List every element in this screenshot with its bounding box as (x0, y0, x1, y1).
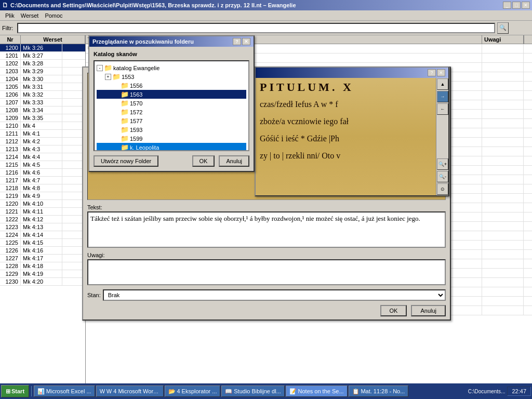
table-row[interactable]: 1215 Mk 4:5 (0, 161, 85, 169)
zoom-out-button[interactable]: 🔍- (437, 171, 448, 182)
editor-cancel-button[interactable]: Anuluj (411, 305, 446, 316)
cell-nr: 1228 (0, 262, 21, 270)
table-row[interactable]: 1203 Mk 3:29 (0, 68, 85, 75)
table-row[interactable]: 1217 Mk 4:7 (0, 177, 85, 184)
table-row[interactable]: 1200 Mk 3:26 (0, 44, 85, 52)
stan-select[interactable]: Brak Gotowy W trakcie Do sprawdzenia (103, 289, 446, 301)
table-row[interactable]: 1202 Mk 3:28 (0, 60, 85, 68)
tree-item-1577[interactable]: 📁 1577 (97, 116, 246, 125)
col-header-uwagi[interactable]: Uwagi (482, 35, 524, 44)
taskbar-word[interactable]: W W 4 Microsoft Word... (96, 385, 164, 397)
tree-item-1599[interactable]: 📁 1599 (97, 134, 246, 143)
taskbar-notes[interactable]: 📝 Notes on the Se... (286, 385, 348, 397)
table-row[interactable]: 1223 Mk 4:13 (0, 223, 85, 231)
cell-nr: 1216 (0, 169, 21, 176)
table-row[interactable]: 1228 Mk 4:18 (0, 262, 85, 270)
nav-up-button[interactable]: ▲ (437, 78, 448, 90)
folder-tree[interactable]: - 📁 katalog Ewangelie + 📁 1553 📁 1556 📁 … (94, 60, 249, 151)
cell-nr: 1203 (0, 68, 21, 75)
menu-pomoc[interactable]: Pomoc (42, 11, 65, 20)
explorer-icon: 📂 (168, 388, 176, 394)
close-window-button[interactable]: ✕ (522, 2, 530, 9)
inner-close-button[interactable]: ✕ (437, 69, 445, 76)
tekst-textarea[interactable]: Tákżeć też i szátan jeśliby sam przeciw … (87, 211, 446, 248)
table-row[interactable]: 1206 Mk 3:32 (0, 91, 85, 99)
search-button[interactable]: 🔍 (497, 22, 509, 34)
browse-close-button[interactable]: ✕ (242, 38, 250, 45)
tree-item-1553[interactable]: + 📁 1553 (97, 72, 246, 81)
table-row[interactable]: 1229 Mk 4:19 (0, 270, 85, 278)
tree-expand-1553[interactable]: + (105, 74, 111, 80)
minimize-button[interactable]: _ (503, 2, 511, 9)
taskbar-excel[interactable]: 📊 Microsoft Excel ... (34, 385, 95, 397)
table-row[interactable]: 1204 Mk 3:30 (0, 75, 85, 83)
inner-help-button[interactable]: ? (428, 69, 436, 76)
browse-help-button[interactable]: ? (233, 38, 241, 45)
editor-footer: OK Anuluj (87, 305, 446, 316)
browse-ok-button[interactable]: OK (192, 155, 215, 167)
new-folder-button[interactable]: Utwórz nowy Folder (94, 155, 158, 167)
folder-icon-1570: 📁 (121, 99, 129, 107)
mat-icon: 📋 (352, 388, 360, 394)
cell-werset: Mk 3:26 (21, 44, 62, 51)
browse-cancel-button[interactable]: Anuluj (219, 155, 249, 167)
table-row[interactable]: 1212 Mk 4:2 (0, 138, 85, 145)
table-row[interactable]: 1213 Mk 4:3 (0, 145, 85, 153)
tree-expand-root[interactable]: - (97, 65, 103, 71)
start-button[interactable]: ⊞ Start (1, 385, 29, 397)
editor-ok-button[interactable]: OK (380, 305, 407, 316)
table-row[interactable]: 1230 Mk 4:20 (0, 278, 85, 286)
cell-uwagi (482, 44, 524, 53)
tree-item-1570[interactable]: 📁 1570 (97, 99, 246, 108)
table-row[interactable]: 1216 Mk 4:6 (0, 169, 85, 177)
tree-item-root[interactable]: - 📁 katalog Ewangelie (97, 63, 246, 72)
table-row[interactable]: 1205 Mk 3:31 (0, 83, 85, 91)
cell-werset: Mk 4:16 (21, 247, 62, 254)
taskbar-studio[interactable]: 📖 Studio Biblijne dl... (221, 385, 284, 397)
table-row[interactable]: 1214 Mk 4:4 (0, 153, 85, 161)
tree-label-1570: 1570 (130, 100, 142, 107)
tree-item-leopolita[interactable]: 📁 k. Leopolita (97, 143, 246, 151)
table-row[interactable]: 1222 Mk 4:12 (0, 216, 85, 223)
zoom-in-button[interactable]: 🔍+ (437, 158, 448, 170)
tree-item-1572[interactable]: 📁 1572 (97, 108, 246, 116)
tree-item-1563[interactable]: 📁 1563 (97, 90, 246, 99)
table-row[interactable]: 1220 Mk 4:10 (0, 200, 85, 208)
cell-werset: Mk 3:27 (21, 52, 62, 59)
nav-right-button[interactable]: → (437, 91, 448, 102)
table-row[interactable]: 1224 Mk 4:14 (0, 231, 85, 239)
table-row[interactable]: 1201 Mk 3:27 (0, 52, 85, 60)
filter-input[interactable] (17, 23, 495, 33)
table-row[interactable]: 1227 Mk 4:17 (0, 255, 85, 262)
maximize-button[interactable]: □ (512, 2, 521, 9)
table-row[interactable]: 1226 Mk 4:16 (0, 247, 85, 255)
table-row[interactable]: 1218 Mk 4:8 (0, 184, 85, 192)
browse-folder-dialog: Przeglądanie w poszukiwaniu folderu ? ✕ … (88, 35, 255, 172)
table-row[interactable]: 1225 Mk 4:15 (0, 239, 85, 247)
menu-werset[interactable]: Werset (18, 11, 42, 20)
folder-icon-leopolita: 📁 (121, 143, 129, 151)
table-row[interactable]: 1221 Mk 4:11 (0, 208, 85, 216)
cell-werset: Mk 4:14 (21, 231, 62, 238)
table-row[interactable]: 1219 Mk 4:9 (0, 192, 85, 200)
tree-item-1593[interactable]: 📁 1593 (97, 125, 246, 134)
cell-nr: 1217 (0, 177, 21, 184)
col-header-werset[interactable]: Werset (21, 35, 85, 44)
table-row[interactable]: 1210 Mk 4 (0, 122, 85, 130)
table-row[interactable]: 1211 Mk 4:1 (0, 130, 85, 138)
tree-item-1556[interactable]: 📁 1556 (97, 81, 246, 90)
cell-werset: Mk 4:17 (21, 255, 62, 262)
table-row[interactable]: 1207 Mk 3:33 (0, 99, 85, 107)
nav-left-button[interactable]: ← (437, 103, 448, 115)
col-header-nr[interactable]: Nr (0, 35, 21, 44)
table-row[interactable]: 1209 Mk 3:35 (0, 114, 85, 122)
taskbar-mat[interactable]: 📋 Mat. 11:28 - No... (349, 385, 409, 397)
inner-image-toolbar: ▲ → ← 🔍+ 🔍- ⊙ (436, 78, 448, 195)
cell-werset: Mk 3:31 (21, 83, 62, 90)
zoom-fit-button[interactable]: ⊙ (437, 183, 448, 195)
taskbar-explorer[interactable]: 📂 4 Eksplorator ... (165, 385, 221, 397)
uwagi-textarea[interactable] (87, 259, 446, 285)
table-row[interactable]: 1208 Mk 3:34 (0, 107, 85, 114)
inner-dialog-title: ? ✕ (256, 68, 448, 78)
menu-plik[interactable]: Plik (2, 11, 18, 20)
